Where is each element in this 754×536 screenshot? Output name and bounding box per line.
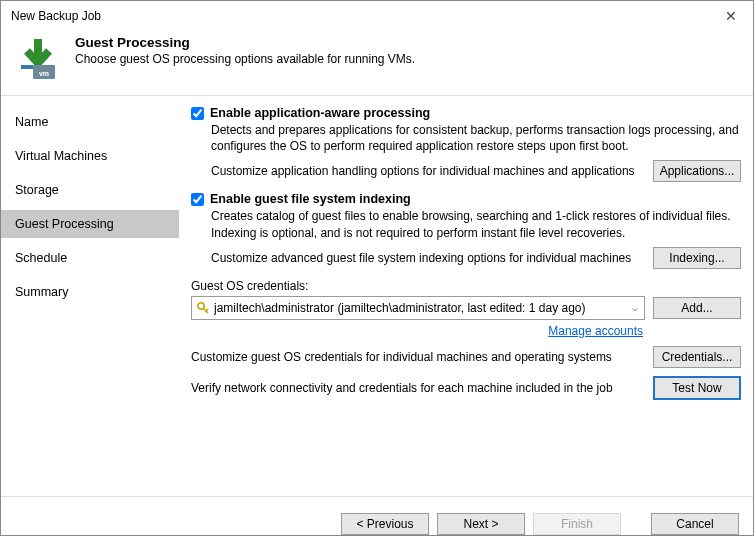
title-bar: New Backup Job ✕	[1, 1, 753, 29]
indexing-customize-text: Customize advanced guest file system ind…	[211, 251, 645, 265]
chevron-down-icon: ⌵	[630, 302, 640, 313]
test-now-button[interactable]: Test Now	[653, 376, 741, 400]
nav-item-name[interactable]: Name	[1, 108, 179, 136]
credentials-customize-text: Customize guest OS credentials for indiv…	[191, 350, 645, 364]
add-credentials-button[interactable]: Add...	[653, 297, 741, 319]
credentials-dropdown[interactable]: jamiltech\administrator (jamiltech\admin…	[191, 296, 645, 320]
key-icon	[196, 301, 210, 315]
app-aware-checkbox[interactable]	[191, 107, 204, 120]
indexing-label: Enable guest file system indexing	[210, 192, 411, 206]
credentials-selected: jamiltech\administrator (jamiltech\admin…	[214, 301, 630, 315]
credentials-label: Guest OS credentials:	[191, 279, 741, 293]
applications-button[interactable]: Applications...	[653, 160, 741, 182]
close-icon[interactable]: ✕	[719, 8, 743, 24]
wizard-nav: Name Virtual Machines Storage Guest Proc…	[1, 96, 179, 496]
svg-point-3	[198, 303, 204, 309]
credentials-button[interactable]: Credentials...	[653, 346, 741, 368]
svg-rect-0	[21, 65, 33, 69]
nav-item-summary[interactable]: Summary	[1, 278, 179, 306]
finish-button: Finish	[533, 513, 621, 535]
page-subtitle: Choose guest OS processing options avail…	[75, 52, 415, 66]
previous-button[interactable]: < Previous	[341, 513, 429, 535]
nav-item-virtual-machines[interactable]: Virtual Machines	[1, 142, 179, 170]
app-aware-customize-text: Customize application handling options f…	[211, 164, 645, 178]
cancel-button[interactable]: Cancel	[651, 513, 739, 535]
nav-item-storage[interactable]: Storage	[1, 176, 179, 204]
nav-item-guest-processing[interactable]: Guest Processing	[1, 210, 179, 238]
app-aware-desc: Detects and prepares applications for co…	[211, 122, 741, 154]
svg-text:vm: vm	[39, 70, 49, 77]
main-panel: Enable application-aware processing Dete…	[179, 96, 753, 496]
next-button[interactable]: Next >	[437, 513, 525, 535]
indexing-button[interactable]: Indexing...	[653, 247, 741, 269]
verify-text: Verify network connectivity and credenti…	[191, 381, 645, 395]
header-icon: vm	[15, 35, 61, 81]
indexing-desc: Creates catalog of guest files to enable…	[211, 208, 741, 240]
page-title: Guest Processing	[75, 35, 415, 50]
nav-item-schedule[interactable]: Schedule	[1, 244, 179, 272]
wizard-footer: < Previous Next > Finish Cancel	[1, 496, 753, 536]
wizard-header: vm Guest Processing Choose guest OS proc…	[1, 29, 753, 96]
manage-accounts-link[interactable]: Manage accounts	[548, 324, 643, 338]
window-title: New Backup Job	[11, 9, 101, 23]
indexing-checkbox[interactable]	[191, 193, 204, 206]
app-aware-label: Enable application-aware processing	[210, 106, 430, 120]
